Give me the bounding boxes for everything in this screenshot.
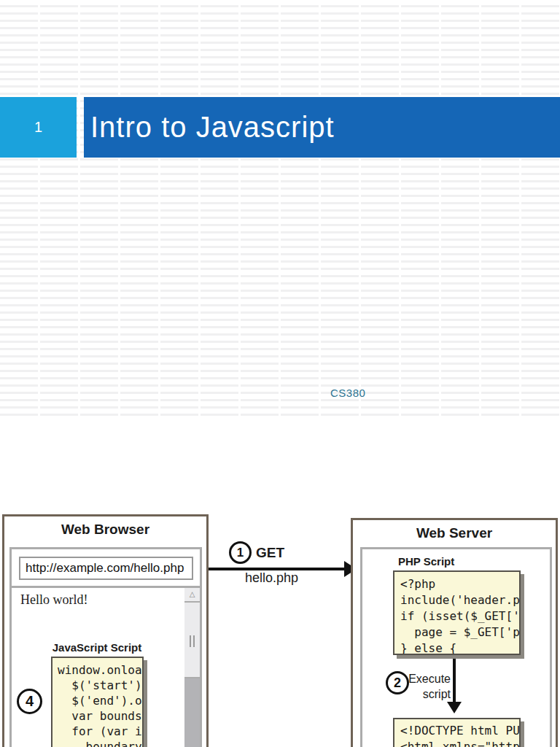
php-code: <?php include('header.p if (isset($_GET[… [400, 576, 519, 655]
step-1-number: 1 [237, 546, 244, 560]
slide-title: Intro to Javascript [90, 111, 335, 144]
step-4-circle: 4 [17, 689, 42, 714]
web-browser-title: Web Browser [4, 522, 206, 538]
slide-footer: CS380 [330, 387, 365, 399]
execute-script-label: Execute script [405, 671, 451, 702]
scrollbar-grip [190, 635, 191, 647]
page-text: Hello world! [20, 592, 88, 608]
step-1-circle: 1 [229, 541, 252, 564]
request-method-label: GET [256, 545, 284, 561]
slide-title-bar: Intro to Javascript [84, 97, 560, 158]
javascript-script-label: JavaScript Script [48, 641, 146, 654]
scrollbar-thumb [184, 603, 200, 678]
html-output-code: <!DOCTYPE html PU <html xmlns="http [400, 723, 519, 747]
execute-label-line1: Execute [405, 671, 451, 686]
scrollbar: △ [184, 588, 200, 747]
php-script-label: PHP Script [398, 555, 454, 568]
step-2-number: 2 [394, 676, 401, 691]
execute-arrow-head-icon [447, 702, 462, 713]
php-code-box: <?php include('header.p if (isset($_GET[… [393, 570, 521, 655]
slide-number: 1 [34, 119, 42, 136]
execute-arrow-line [453, 659, 456, 704]
javascript-code: window.onloa $('start') $('end').o var b… [58, 662, 142, 747]
step-4-number: 4 [26, 693, 34, 710]
javascript-code-box: window.onloa $('start') $('end').o var b… [51, 657, 144, 747]
scroll-up-icon: △ [184, 588, 200, 603]
html-output-code-box: <!DOCTYPE html PU <html xmlns="http [393, 718, 521, 747]
slide-number-badge: 1 [0, 97, 77, 158]
web-server-title: Web Server [353, 525, 556, 541]
slide-1: 1 Intro to Javascript CS380 [0, 0, 560, 417]
address-bar: http://example.com/hello.php [19, 557, 193, 580]
execute-label-line2: script [405, 686, 451, 702]
request-file-label: hello.php [245, 570, 298, 586]
pdf-page: 1 Intro to Javascript CS380 Client Side … [0, 0, 560, 747]
scrollbar-grip [193, 635, 195, 647]
